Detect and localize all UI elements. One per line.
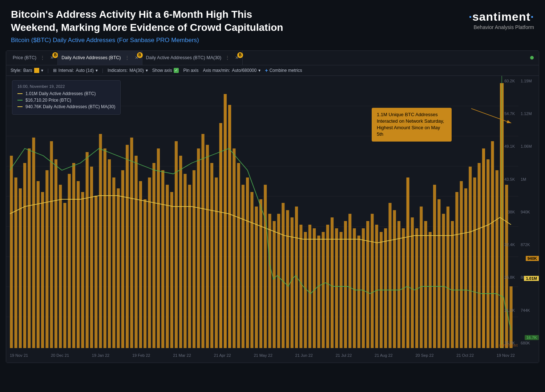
tooltip-value-1: 1.01M Daily Active Addresses (BTC) — [25, 91, 96, 96]
indicators-selector[interactable]: Indicators: MA(30) ▾ — [108, 68, 148, 73]
svg-rect-65 — [264, 185, 267, 348]
svg-rect-92 — [384, 228, 387, 348]
svg-rect-78 — [322, 232, 324, 348]
tab-price-dots[interactable]: ⋮ — [40, 55, 45, 61]
svg-rect-18 — [54, 159, 57, 348]
style-selector[interactable]: Style: Bars ▾ — [11, 68, 43, 73]
y-left-label-7: 26.8K — [504, 275, 515, 279]
svg-rect-84 — [348, 214, 351, 348]
svg-rect-111 — [469, 167, 472, 348]
interval-value: Auto (1d) — [76, 68, 94, 73]
style-label: Style: — [11, 68, 21, 73]
tab-price-label: Price (BTC) — [13, 55, 36, 60]
x-label-4: 19 Feb 22 — [132, 353, 150, 358]
svg-rect-56 — [224, 94, 227, 348]
svg-rect-16 — [45, 170, 48, 348]
show-axis-label: Show axis — [152, 68, 172, 73]
svg-rect-53 — [210, 163, 213, 348]
x-label-8: 21 Jun 22 — [295, 353, 313, 358]
combine-plus-icon: + — [265, 68, 268, 73]
tooltip-row-2: $16,710.20 Price (BTC) — [17, 98, 115, 103]
svg-rect-11 — [23, 163, 26, 348]
svg-rect-114 — [482, 148, 485, 348]
tab-ma30-badge: B — [237, 52, 243, 58]
pin-axis-toggle[interactable]: Pin axis — [183, 68, 198, 73]
svg-rect-63 — [255, 207, 258, 348]
tab-daa-label: Daily Active Addresses (BTC) — [61, 55, 121, 60]
svg-rect-67 — [273, 221, 276, 348]
indicators-label: Indicators: — [108, 68, 128, 73]
svg-rect-13 — [32, 138, 35, 348]
x-label-11: 20 Sep 22 — [415, 353, 433, 358]
show-axis-checkbox[interactable]: ✓ — [174, 68, 179, 73]
svg-rect-12 — [28, 148, 31, 348]
svg-rect-58 — [233, 148, 235, 348]
main-title: Bitcoin's Address Activity Hit a 6-Month… — [11, 8, 287, 34]
style-color — [34, 68, 39, 73]
svg-rect-117 — [496, 170, 498, 348]
price-label-green: 16.7K — [525, 335, 539, 340]
svg-rect-61 — [246, 177, 249, 348]
live-indicator — [530, 56, 534, 60]
annotation-text: 1.1M Unique BTC Addresses Interacted on … — [377, 112, 444, 137]
svg-rect-93 — [388, 203, 391, 348]
toolbar: Style: Bars ▾ | ⊞ Interval: Auto (1d) ▾ … — [6, 65, 539, 76]
y-left-label-8: 21.2K — [504, 308, 515, 313]
svg-rect-17 — [50, 141, 53, 348]
svg-rect-95 — [397, 221, 400, 348]
x-label-13: 19 Nov 22 — [497, 353, 515, 358]
svg-rect-85 — [353, 228, 356, 348]
svg-rect-81 — [335, 228, 338, 348]
svg-rect-73 — [299, 225, 302, 348]
logo: ·santiment· — [469, 10, 534, 24]
tab-ma30[interactable]: Daily Active Addresses (BTC) MA(30) ⋮ ✕ … — [142, 51, 243, 65]
combine-metrics-btn[interactable]: + Combine metrics — [265, 68, 302, 73]
x-label-9: 21 Jul 22 — [336, 353, 352, 358]
svg-rect-42 — [161, 170, 164, 348]
svg-rect-50 — [197, 148, 200, 348]
axis-maxmin-value: Auto/680000 — [232, 68, 257, 73]
x-label-3: 19 Jan 22 — [92, 353, 109, 358]
svg-rect-19 — [59, 185, 62, 348]
interval-selector[interactable]: ⊞ Interval: Auto (1d) ▾ — [53, 68, 98, 73]
svg-rect-37 — [139, 181, 142, 348]
svg-rect-27 — [94, 196, 97, 348]
svg-rect-112 — [473, 177, 476, 348]
y-right-label-9: 680K — [521, 341, 530, 345]
svg-rect-100 — [420, 207, 423, 348]
price-label-gold: 940K — [526, 256, 539, 261]
svg-rect-28 — [99, 134, 102, 348]
tooltip-value-2: $16,710.20 Price (BTC) — [25, 98, 71, 103]
svg-line-123 — [471, 109, 511, 123]
tab-daa-dots[interactable]: ⋮ — [125, 55, 130, 61]
svg-rect-113 — [478, 163, 481, 348]
x-label-12: 21 Oct 22 — [456, 353, 474, 358]
tooltip-color-daa — [17, 106, 23, 107]
tab-price[interactable]: Price (BTC) ⋮ ✕ B — [9, 51, 58, 65]
svg-rect-110 — [464, 188, 467, 348]
svg-rect-72 — [295, 207, 298, 348]
svg-rect-70 — [286, 210, 289, 348]
tooltip-row-3: 940.76K Daily Active Addresses (BTC) MA(… — [17, 104, 115, 109]
svg-rect-106 — [447, 207, 449, 348]
svg-rect-62 — [250, 192, 253, 348]
header-left: Bitcoin's Address Activity Hit a 6-Month… — [11, 8, 287, 44]
axis-maxmin-selector[interactable]: Axis max/min: Auto/680000 ▾ — [203, 68, 261, 73]
toolbar-sep2: | — [102, 68, 103, 73]
svg-rect-79 — [326, 225, 329, 348]
chevron-down-icon2: ▾ — [96, 68, 98, 73]
tab-ma30-label: Daily Active Addresses (BTC) MA(30) — [146, 55, 222, 60]
svg-rect-22 — [72, 163, 75, 348]
show-axis-toggle[interactable]: Show axis ✓ — [152, 68, 179, 73]
y-right-label-3: 1.06M — [521, 144, 532, 148]
svg-rect-69 — [282, 203, 284, 348]
tab-daa[interactable]: Daily Active Addresses (BTC) ⋮ ✕ B — [58, 51, 142, 65]
y-right-label-5: 940K — [521, 210, 530, 214]
svg-rect-26 — [90, 167, 93, 348]
tooltip-value-3: 940.76K Daily Active Addresses (BTC) MA(… — [25, 104, 115, 109]
annotation-box: 1.1M Unique BTC Addresses Interacted on … — [372, 108, 452, 142]
x-label-7: 21 May 22 — [254, 353, 272, 358]
svg-rect-109 — [460, 181, 463, 348]
tab-ma30-dots[interactable]: ⋮ — [225, 55, 230, 61]
chart-body: 60.2K 54.7K 49.1K 43.5K 38K 32.4K 26.8K … — [6, 76, 539, 363]
